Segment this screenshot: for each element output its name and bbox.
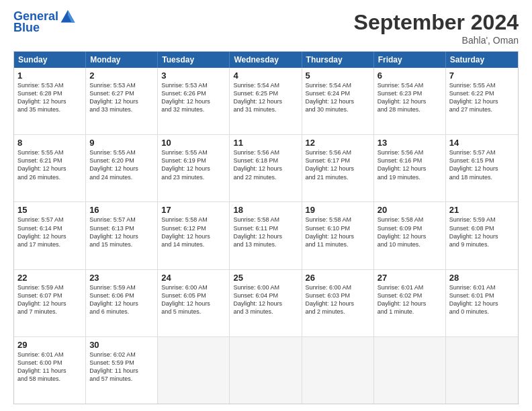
cal-cell-1-0: 8Sunrise: 5:55 AM Sunset: 6:21 PM Daylig… [14,135,86,201]
day-number-7: 7 [449,71,515,81]
cal-cell-0-0: 1Sunrise: 5:53 AM Sunset: 6:28 PM Daylig… [14,68,86,134]
day-number-16: 16 [89,205,154,215]
day-number-1: 1 [17,71,82,81]
location: Bahla', Oman [354,35,519,46]
cell-text-25: Sunrise: 6:00 AM Sunset: 6:04 PM Dayligh… [233,283,298,316]
day-number-21: 21 [449,205,515,215]
cal-cell-0-6: 7Sunrise: 5:55 AM Sunset: 6:22 PM Daylig… [446,68,518,134]
day-number-29: 29 [17,340,82,350]
header-thursday: Thursday [302,52,374,68]
page: General Blue September 2024 Bahla', Oman… [0,0,532,411]
day-number-22: 22 [17,273,82,283]
cal-cell-0-2: 3Sunrise: 5:53 AM Sunset: 6:26 PM Daylig… [158,68,230,134]
day-number-24: 24 [161,273,226,283]
cal-cell-1-3: 11Sunrise: 5:56 AM Sunset: 6:18 PM Dayli… [230,135,302,201]
cal-cell-3-6: 28Sunrise: 6:01 AM Sunset: 6:01 PM Dayli… [446,270,518,336]
cal-cell-2-5: 20Sunrise: 5:58 AM Sunset: 6:09 PM Dayli… [374,202,446,269]
cell-text-11: Sunrise: 5:56 AM Sunset: 6:18 PM Dayligh… [233,148,298,181]
cal-cell-0-3: 4Sunrise: 5:54 AM Sunset: 6:25 PM Daylig… [230,68,302,134]
cell-text-15: Sunrise: 5:57 AM Sunset: 6:14 PM Dayligh… [17,216,82,248]
cell-text-4: Sunrise: 5:54 AM Sunset: 6:25 PM Dayligh… [233,81,298,114]
cal-cell-4-0: 29Sunrise: 6:01 AM Sunset: 6:00 PM Dayli… [14,337,86,404]
cell-text-1: Sunrise: 5:53 AM Sunset: 6:28 PM Dayligh… [17,81,82,114]
header-saturday: Saturday [446,52,518,68]
cell-text-20: Sunrise: 5:58 AM Sunset: 6:09 PM Dayligh… [378,216,442,248]
week-row-2: 8Sunrise: 5:55 AM Sunset: 6:21 PM Daylig… [14,134,518,201]
calendar-body: 1Sunrise: 5:53 AM Sunset: 6:28 PM Daylig… [14,68,518,404]
day-number-17: 17 [161,205,226,215]
title-area: September 2024 Bahla', Oman [354,10,519,46]
day-number-28: 28 [449,273,515,283]
header-sunday: Sunday [14,52,86,68]
cal-cell-0-5: 6Sunrise: 5:54 AM Sunset: 6:23 PM Daylig… [374,68,446,134]
header-friday: Friday [374,52,446,68]
header-wednesday: Wednesday [230,52,302,68]
logo-icon [60,7,76,24]
cell-text-24: Sunrise: 6:00 AM Sunset: 6:05 PM Dayligh… [161,283,226,316]
cell-text-3: Sunrise: 5:53 AM Sunset: 6:26 PM Dayligh… [161,81,226,114]
cal-cell-2-1: 16Sunrise: 5:57 AM Sunset: 6:13 PM Dayli… [86,202,158,269]
header: General Blue September 2024 Bahla', Oman [13,10,519,46]
day-number-25: 25 [233,273,298,283]
cal-cell-1-4: 12Sunrise: 5:56 AM Sunset: 6:17 PM Dayli… [302,135,374,201]
cell-text-18: Sunrise: 5:58 AM Sunset: 6:11 PM Dayligh… [233,216,298,248]
cal-cell-2-2: 17Sunrise: 5:58 AM Sunset: 6:12 PM Dayli… [158,202,230,269]
day-number-30: 30 [89,340,154,350]
logo: General Blue [13,10,76,35]
header-monday: Monday [86,52,158,68]
cell-text-23: Sunrise: 5:59 AM Sunset: 6:06 PM Dayligh… [89,283,154,316]
day-number-6: 6 [378,71,442,81]
cell-text-7: Sunrise: 5:55 AM Sunset: 6:22 PM Dayligh… [449,81,515,114]
day-number-27: 27 [378,273,442,283]
cal-cell-4-3 [230,337,302,404]
cal-cell-2-0: 15Sunrise: 5:57 AM Sunset: 6:14 PM Dayli… [14,202,86,269]
day-number-19: 19 [306,205,370,215]
cell-text-5: Sunrise: 5:54 AM Sunset: 6:24 PM Dayligh… [306,81,370,114]
cell-text-27: Sunrise: 6:01 AM Sunset: 6:02 PM Dayligh… [378,283,442,316]
cell-text-29: Sunrise: 6:01 AM Sunset: 6:00 PM Dayligh… [17,351,82,383]
cell-text-10: Sunrise: 5:55 AM Sunset: 6:19 PM Dayligh… [161,148,226,181]
cal-cell-2-4: 19Sunrise: 5:58 AM Sunset: 6:10 PM Dayli… [302,202,374,269]
day-number-14: 14 [449,138,515,148]
cal-cell-3-3: 25Sunrise: 6:00 AM Sunset: 6:04 PM Dayli… [230,270,302,336]
cell-text-13: Sunrise: 5:56 AM Sunset: 6:16 PM Dayligh… [378,148,442,181]
week-row-3: 15Sunrise: 5:57 AM Sunset: 6:14 PM Dayli… [14,201,518,269]
cal-cell-4-4 [302,337,374,404]
cal-cell-4-5 [374,337,446,404]
cell-text-19: Sunrise: 5:58 AM Sunset: 6:10 PM Dayligh… [306,216,370,248]
cell-text-6: Sunrise: 5:54 AM Sunset: 6:23 PM Dayligh… [378,81,442,114]
cell-text-28: Sunrise: 6:01 AM Sunset: 6:01 PM Dayligh… [449,283,515,316]
day-number-10: 10 [161,138,226,148]
day-number-26: 26 [306,273,370,283]
cell-text-9: Sunrise: 5:55 AM Sunset: 6:20 PM Dayligh… [89,148,154,181]
day-number-8: 8 [17,138,82,148]
day-number-12: 12 [306,138,370,148]
cell-text-22: Sunrise: 5:59 AM Sunset: 6:07 PM Dayligh… [17,283,82,316]
header-tuesday: Tuesday [158,52,230,68]
cell-text-8: Sunrise: 5:55 AM Sunset: 6:21 PM Dayligh… [17,148,82,181]
cal-cell-3-1: 23Sunrise: 5:59 AM Sunset: 6:06 PM Dayli… [86,270,158,336]
cell-text-14: Sunrise: 5:57 AM Sunset: 6:15 PM Dayligh… [449,148,515,181]
cal-cell-1-1: 9Sunrise: 5:55 AM Sunset: 6:20 PM Daylig… [86,135,158,201]
day-number-11: 11 [233,138,298,148]
cal-cell-2-3: 18Sunrise: 5:58 AM Sunset: 6:11 PM Dayli… [230,202,302,269]
day-number-2: 2 [89,71,154,81]
cell-text-21: Sunrise: 5:59 AM Sunset: 6:08 PM Dayligh… [449,216,515,248]
cal-cell-4-2 [158,337,230,404]
cal-cell-4-6 [446,337,518,404]
week-row-5: 29Sunrise: 6:01 AM Sunset: 6:00 PM Dayli… [14,336,518,404]
cell-text-26: Sunrise: 6:00 AM Sunset: 6:03 PM Dayligh… [306,283,370,316]
cal-cell-2-6: 21Sunrise: 5:59 AM Sunset: 6:08 PM Dayli… [446,202,518,269]
day-number-18: 18 [233,205,298,215]
week-row-1: 1Sunrise: 5:53 AM Sunset: 6:28 PM Daylig… [14,68,518,134]
cell-text-30: Sunrise: 6:02 AM Sunset: 5:59 PM Dayligh… [89,351,154,383]
cal-cell-3-0: 22Sunrise: 5:59 AM Sunset: 6:07 PM Dayli… [14,270,86,336]
cal-cell-3-2: 24Sunrise: 6:00 AM Sunset: 6:05 PM Dayli… [158,270,230,336]
cell-text-2: Sunrise: 5:53 AM Sunset: 6:27 PM Dayligh… [89,81,154,114]
day-number-9: 9 [89,138,154,148]
cal-cell-0-4: 5Sunrise: 5:54 AM Sunset: 6:24 PM Daylig… [302,68,374,134]
day-number-3: 3 [161,71,226,81]
month-title: September 2024 [354,10,519,35]
cal-cell-1-2: 10Sunrise: 5:55 AM Sunset: 6:19 PM Dayli… [158,135,230,201]
cell-text-17: Sunrise: 5:58 AM Sunset: 6:12 PM Dayligh… [161,216,226,248]
